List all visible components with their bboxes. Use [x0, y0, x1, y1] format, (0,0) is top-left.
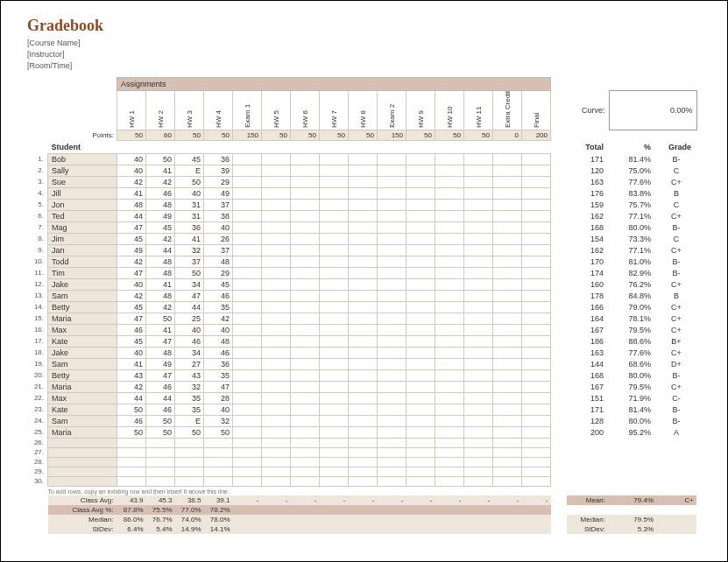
score-cell[interactable]	[117, 467, 146, 476]
curve-value[interactable]: 0.00%	[609, 91, 696, 130]
score-cell[interactable]	[349, 438, 378, 447]
score-cell[interactable]	[233, 290, 262, 301]
student-name[interactable]: Jon	[48, 199, 117, 210]
score-cell[interactable]	[262, 221, 291, 233]
score-cell[interactable]	[175, 438, 204, 447]
student-name[interactable]: Sam	[48, 290, 117, 301]
score-cell[interactable]	[349, 199, 378, 210]
score-cell[interactable]	[464, 233, 493, 244]
score-cell[interactable]: 36	[204, 358, 233, 369]
student-name[interactable]	[48, 457, 117, 467]
score-cell[interactable]	[522, 313, 551, 324]
score-cell[interactable]: 41	[146, 278, 175, 290]
score-cell[interactable]	[464, 447, 493, 457]
score-cell[interactable]	[262, 210, 291, 221]
score-cell[interactable]	[493, 415, 522, 426]
score-cell[interactable]: 49	[146, 358, 175, 369]
student-name[interactable]: Kate	[48, 335, 117, 347]
points-cell[interactable]: 200	[522, 130, 551, 141]
score-cell[interactable]: 50	[146, 426, 175, 438]
score-cell[interactable]: 31	[175, 210, 204, 221]
score-cell[interactable]: 38	[204, 210, 233, 221]
score-cell[interactable]: 35	[175, 404, 204, 415]
score-cell[interactable]: 47	[146, 369, 175, 381]
score-cell[interactable]	[464, 381, 493, 392]
score-cell[interactable]	[146, 438, 175, 447]
student-name[interactable]	[48, 467, 117, 476]
score-cell[interactable]	[320, 221, 349, 233]
score-cell[interactable]	[349, 301, 378, 313]
score-cell[interactable]	[464, 210, 493, 221]
score-cell[interactable]	[204, 467, 233, 476]
score-cell[interactable]	[493, 313, 522, 324]
score-cell[interactable]: 41	[146, 165, 175, 176]
score-cell[interactable]: 45	[117, 233, 146, 244]
score-cell[interactable]	[378, 278, 406, 290]
score-cell[interactable]	[378, 467, 406, 476]
score-cell[interactable]	[522, 278, 551, 290]
score-cell[interactable]	[262, 301, 291, 313]
score-cell[interactable]	[522, 426, 551, 438]
score-cell[interactable]: 46	[204, 347, 233, 358]
points-cell[interactable]: 50	[435, 130, 464, 141]
score-cell[interactable]: 45	[117, 335, 146, 347]
score-cell[interactable]	[406, 256, 435, 267]
score-cell[interactable]	[349, 392, 378, 404]
score-cell[interactable]	[291, 476, 320, 486]
score-cell[interactable]: E	[175, 165, 204, 176]
score-cell[interactable]	[378, 256, 406, 267]
score-cell[interactable]	[435, 244, 464, 256]
score-cell[interactable]: 31	[175, 199, 204, 210]
score-cell[interactable]: 47	[117, 267, 146, 278]
score-cell[interactable]	[406, 381, 435, 392]
score-cell[interactable]: 42	[117, 381, 146, 392]
score-cell[interactable]	[349, 358, 378, 369]
score-cell[interactable]	[435, 233, 464, 244]
score-cell[interactable]	[175, 447, 204, 457]
score-cell[interactable]	[378, 244, 406, 256]
score-cell[interactable]	[349, 244, 378, 256]
score-cell[interactable]	[435, 404, 464, 415]
score-cell[interactable]	[291, 244, 320, 256]
score-cell[interactable]	[349, 457, 378, 467]
score-cell[interactable]	[320, 426, 349, 438]
score-cell[interactable]	[349, 415, 378, 426]
student-name[interactable]: Sally	[48, 165, 117, 176]
score-cell[interactable]	[378, 267, 406, 278]
score-cell[interactable]	[493, 438, 522, 447]
score-cell[interactable]	[522, 392, 551, 404]
score-cell[interactable]	[262, 313, 291, 324]
score-cell[interactable]: 48	[146, 256, 175, 267]
score-cell[interactable]: 48	[146, 199, 175, 210]
score-cell[interactable]	[320, 256, 349, 267]
points-cell[interactable]: 50	[320, 130, 349, 141]
score-cell[interactable]	[291, 347, 320, 358]
score-cell[interactable]	[262, 290, 291, 301]
student-name[interactable]: Tim	[48, 267, 117, 278]
student-name[interactable]: Bob	[48, 153, 117, 165]
score-cell[interactable]	[233, 199, 262, 210]
score-cell[interactable]	[435, 457, 464, 467]
points-cell[interactable]: 50	[406, 130, 435, 141]
score-cell[interactable]: 48	[146, 267, 175, 278]
student-name[interactable]	[48, 447, 117, 457]
student-name[interactable]: Sam	[48, 415, 117, 426]
score-cell[interactable]	[435, 467, 464, 476]
score-cell[interactable]	[320, 381, 349, 392]
score-cell[interactable]	[349, 165, 378, 176]
score-cell[interactable]	[435, 426, 464, 438]
score-cell[interactable]	[349, 369, 378, 381]
score-cell[interactable]	[522, 476, 551, 486]
score-cell[interactable]	[349, 447, 378, 457]
score-cell[interactable]	[262, 392, 291, 404]
score-cell[interactable]: 48	[146, 347, 175, 358]
score-cell[interactable]	[493, 347, 522, 358]
score-cell[interactable]	[320, 176, 349, 187]
score-cell[interactable]	[378, 210, 406, 221]
score-cell[interactable]	[291, 153, 320, 165]
score-cell[interactable]: 45	[204, 278, 233, 290]
score-cell[interactable]	[262, 369, 291, 381]
score-cell[interactable]	[464, 335, 493, 347]
score-cell[interactable]	[464, 153, 493, 165]
score-cell[interactable]	[291, 447, 320, 457]
